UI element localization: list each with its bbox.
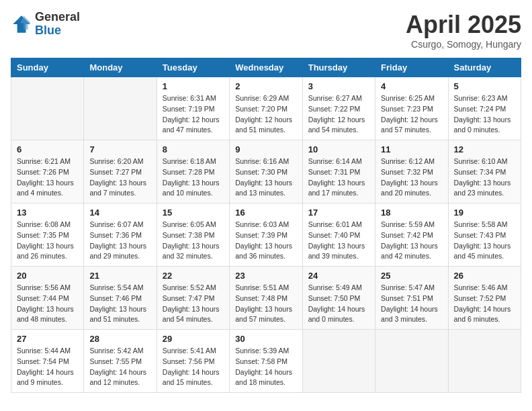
day-number: 4 xyxy=(381,81,442,91)
day-info: Sunrise: 5:44 AMSunset: 7:54 PMDaylight:… xyxy=(17,346,78,388)
calendar-cell: 19Sunrise: 5:58 AMSunset: 7:43 PMDayligh… xyxy=(448,203,521,267)
day-info: Sunrise: 6:23 AMSunset: 7:24 PMDaylight:… xyxy=(454,93,515,136)
logo-general: General xyxy=(35,11,80,24)
calendar-cell: 10Sunrise: 6:14 AMSunset: 7:31 PMDayligh… xyxy=(302,140,375,203)
day-info: Sunrise: 5:56 AMSunset: 7:44 PMDaylight:… xyxy=(17,283,78,325)
day-number: 16 xyxy=(235,208,296,218)
day-info: Sunrise: 6:16 AMSunset: 7:30 PMDaylight:… xyxy=(235,156,296,199)
weekday-header: Wednesday xyxy=(230,58,302,77)
logo-blue: Blue xyxy=(35,24,80,38)
day-number: 20 xyxy=(17,271,78,281)
day-number: 14 xyxy=(89,208,150,218)
day-info: Sunrise: 6:14 AMSunset: 7:31 PMDaylight:… xyxy=(308,156,369,199)
day-info: Sunrise: 5:47 AMSunset: 7:51 PMDaylight:… xyxy=(381,283,442,325)
day-number: 12 xyxy=(454,144,515,154)
calendar-cell: 25Sunrise: 5:47 AMSunset: 7:51 PMDayligh… xyxy=(375,267,448,330)
day-number: 17 xyxy=(308,208,369,218)
day-info: Sunrise: 5:58 AMSunset: 7:43 PMDaylight:… xyxy=(454,220,515,262)
day-info: Sunrise: 6:05 AMSunset: 7:38 PMDaylight:… xyxy=(163,220,224,262)
calendar-cell xyxy=(84,77,157,140)
page-header: General Blue April 2025 Csurgo, Somogy, … xyxy=(11,11,521,50)
weekday-header: Thursday xyxy=(302,58,375,77)
calendar-cell: 3Sunrise: 6:27 AMSunset: 7:22 PMDaylight… xyxy=(302,77,375,140)
day-info: Sunrise: 6:07 AMSunset: 7:36 PMDaylight:… xyxy=(89,220,150,262)
day-info: Sunrise: 5:54 AMSunset: 7:46 PMDaylight:… xyxy=(89,283,150,325)
calendar-week-row: 20Sunrise: 5:56 AMSunset: 7:44 PMDayligh… xyxy=(11,267,521,330)
day-number: 8 xyxy=(163,144,224,154)
title-block: April 2025 Csurgo, Somogy, Hungary xyxy=(406,11,521,50)
day-info: Sunrise: 6:03 AMSunset: 7:39 PMDaylight:… xyxy=(235,220,296,262)
day-info: Sunrise: 5:46 AMSunset: 7:52 PMDaylight:… xyxy=(454,283,515,325)
day-number: 3 xyxy=(308,81,369,91)
day-info: Sunrise: 6:18 AMSunset: 7:28 PMDaylight:… xyxy=(163,156,224,199)
day-info: Sunrise: 6:27 AMSunset: 7:22 PMDaylight:… xyxy=(308,93,369,136)
logo-icon xyxy=(11,13,32,35)
calendar-cell: 16Sunrise: 6:03 AMSunset: 7:39 PMDayligh… xyxy=(230,203,302,267)
calendar-cell: 7Sunrise: 6:20 AMSunset: 7:27 PMDaylight… xyxy=(84,140,157,203)
day-info: Sunrise: 6:01 AMSunset: 7:40 PMDaylight:… xyxy=(308,220,369,262)
logo: General Blue xyxy=(11,11,80,38)
calendar-cell xyxy=(448,330,521,393)
day-number: 28 xyxy=(89,334,150,344)
day-number: 2 xyxy=(235,81,296,91)
day-number: 29 xyxy=(163,334,224,344)
calendar-header-row: SundayMondayTuesdayWednesdayThursdayFrid… xyxy=(11,58,521,77)
calendar-cell: 5Sunrise: 6:23 AMSunset: 7:24 PMDaylight… xyxy=(448,77,521,140)
day-number: 27 xyxy=(17,334,78,344)
weekday-header: Saturday xyxy=(448,58,521,77)
calendar-cell: 12Sunrise: 6:10 AMSunset: 7:34 PMDayligh… xyxy=(448,140,521,203)
day-number: 18 xyxy=(381,208,442,218)
calendar-cell: 8Sunrise: 6:18 AMSunset: 7:28 PMDaylight… xyxy=(157,140,229,203)
calendar-cell: 15Sunrise: 6:05 AMSunset: 7:38 PMDayligh… xyxy=(157,203,229,267)
calendar-cell: 29Sunrise: 5:41 AMSunset: 7:56 PMDayligh… xyxy=(157,330,229,393)
location: Csurgo, Somogy, Hungary xyxy=(406,39,521,50)
day-info: Sunrise: 5:41 AMSunset: 7:56 PMDaylight:… xyxy=(163,346,224,388)
calendar-cell xyxy=(375,330,448,393)
calendar-cell: 22Sunrise: 5:52 AMSunset: 7:47 PMDayligh… xyxy=(157,267,229,330)
day-number: 1 xyxy=(163,81,224,91)
day-info: Sunrise: 5:59 AMSunset: 7:42 PMDaylight:… xyxy=(381,220,442,262)
day-number: 10 xyxy=(308,144,369,154)
day-number: 23 xyxy=(235,271,296,281)
month-title: April 2025 xyxy=(406,11,521,39)
calendar-cell: 30Sunrise: 5:39 AMSunset: 7:58 PMDayligh… xyxy=(230,330,302,393)
calendar-cell: 24Sunrise: 5:49 AMSunset: 7:50 PMDayligh… xyxy=(302,267,375,330)
calendar-cell: 17Sunrise: 6:01 AMSunset: 7:40 PMDayligh… xyxy=(302,203,375,267)
calendar-cell: 9Sunrise: 6:16 AMSunset: 7:30 PMDaylight… xyxy=(230,140,302,203)
calendar-cell: 11Sunrise: 6:12 AMSunset: 7:32 PMDayligh… xyxy=(375,140,448,203)
weekday-header: Friday xyxy=(375,58,448,77)
day-info: Sunrise: 6:12 AMSunset: 7:32 PMDaylight:… xyxy=(381,156,442,199)
day-number: 6 xyxy=(17,144,78,154)
day-info: Sunrise: 6:31 AMSunset: 7:19 PMDaylight:… xyxy=(163,93,224,136)
calendar-cell: 27Sunrise: 5:44 AMSunset: 7:54 PMDayligh… xyxy=(11,330,84,393)
calendar-cell: 21Sunrise: 5:54 AMSunset: 7:46 PMDayligh… xyxy=(84,267,157,330)
day-number: 9 xyxy=(235,144,296,154)
calendar-cell: 2Sunrise: 6:29 AMSunset: 7:20 PMDaylight… xyxy=(230,77,302,140)
day-info: Sunrise: 6:29 AMSunset: 7:20 PMDaylight:… xyxy=(235,93,296,136)
weekday-header: Tuesday xyxy=(157,58,229,77)
calendar-cell: 13Sunrise: 6:08 AMSunset: 7:35 PMDayligh… xyxy=(11,203,84,267)
day-number: 22 xyxy=(163,271,224,281)
calendar-cell: 1Sunrise: 6:31 AMSunset: 7:19 PMDaylight… xyxy=(157,77,229,140)
day-info: Sunrise: 5:49 AMSunset: 7:50 PMDaylight:… xyxy=(308,283,369,325)
weekday-header: Monday xyxy=(84,58,157,77)
day-number: 21 xyxy=(89,271,150,281)
day-number: 7 xyxy=(89,144,150,154)
logo-text: General Blue xyxy=(35,11,80,38)
calendar-cell: 18Sunrise: 5:59 AMSunset: 7:42 PMDayligh… xyxy=(375,203,448,267)
calendar-cell: 14Sunrise: 6:07 AMSunset: 7:36 PMDayligh… xyxy=(84,203,157,267)
day-number: 13 xyxy=(17,208,78,218)
day-info: Sunrise: 6:21 AMSunset: 7:26 PMDaylight:… xyxy=(17,156,78,199)
calendar-cell: 6Sunrise: 6:21 AMSunset: 7:26 PMDaylight… xyxy=(11,140,84,203)
day-number: 15 xyxy=(163,208,224,218)
calendar-table: SundayMondayTuesdayWednesdayThursdayFrid… xyxy=(11,58,521,393)
day-info: Sunrise: 6:08 AMSunset: 7:35 PMDaylight:… xyxy=(17,220,78,262)
day-info: Sunrise: 5:39 AMSunset: 7:58 PMDaylight:… xyxy=(235,346,296,388)
calendar-cell: 23Sunrise: 5:51 AMSunset: 7:48 PMDayligh… xyxy=(230,267,302,330)
calendar-cell: 4Sunrise: 6:25 AMSunset: 7:23 PMDaylight… xyxy=(375,77,448,140)
calendar-cell: 28Sunrise: 5:42 AMSunset: 7:55 PMDayligh… xyxy=(84,330,157,393)
calendar-cell: 26Sunrise: 5:46 AMSunset: 7:52 PMDayligh… xyxy=(448,267,521,330)
day-number: 5 xyxy=(454,81,515,91)
day-info: Sunrise: 5:52 AMSunset: 7:47 PMDaylight:… xyxy=(163,283,224,325)
day-info: Sunrise: 5:42 AMSunset: 7:55 PMDaylight:… xyxy=(89,346,150,388)
